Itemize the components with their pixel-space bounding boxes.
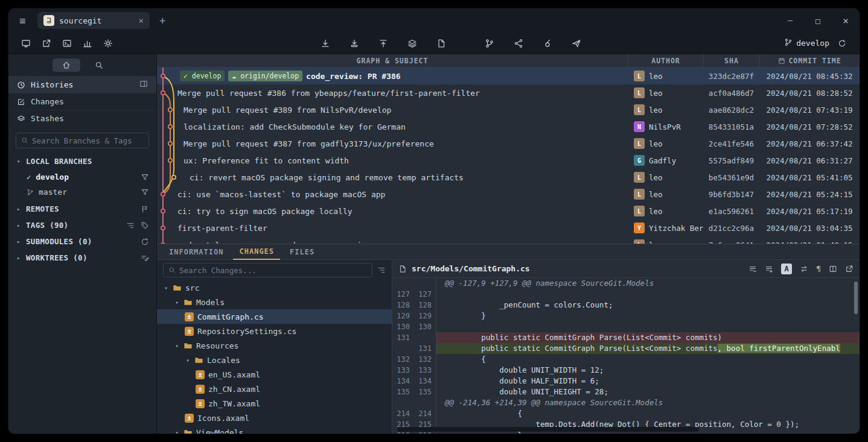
diff-horizontal-scrollbar[interactable] bbox=[397, 427, 699, 432]
commit-row[interactable]: ci: revert macOS package signing and rem… bbox=[157, 169, 860, 186]
tree-mode-toggle-icon[interactable] bbox=[377, 266, 386, 274]
chevron-down-icon[interactable]: ▾ bbox=[174, 299, 180, 306]
tree-file-row[interactable]: ±RepositorySettings.cs bbox=[157, 324, 392, 338]
tree-folder-row[interactable]: ▾Resources bbox=[157, 338, 392, 353]
chevron-down-icon[interactable]: ▾ bbox=[174, 343, 180, 349]
statistics-button[interactable] bbox=[78, 36, 97, 51]
tree-label: CommitGraph.cs bbox=[197, 312, 264, 321]
pull-button[interactable] bbox=[345, 36, 363, 51]
main-menu-button[interactable]: ≡ bbox=[12, 12, 33, 29]
commit-row[interactable]: ci: use `macos-lastest` to package macOS… bbox=[157, 186, 860, 203]
column-author[interactable]: AUTHOR bbox=[628, 54, 703, 67]
column-sha[interactable]: SHA bbox=[703, 54, 759, 67]
remotes-header[interactable]: ▸ REMOTES bbox=[8, 201, 156, 217]
chevron-down-icon[interactable]: ▾ bbox=[163, 285, 169, 291]
cherry-pick-button[interactable] bbox=[538, 36, 557, 51]
tree-file-row[interactable]: ±Icons.axaml bbox=[157, 411, 392, 425]
tree-folder-row[interactable]: ▾Locales bbox=[157, 353, 392, 367]
open-in-merge-tool-icon[interactable] bbox=[845, 265, 854, 273]
branch-item-master[interactable]: master bbox=[8, 185, 156, 200]
branch-search-input[interactable] bbox=[32, 136, 144, 145]
changes-search-box[interactable] bbox=[163, 263, 372, 277]
diff-line: 134134 double HALF_WIDTH = 6; bbox=[392, 376, 860, 387]
local-branches-header[interactable]: ▾ LOCAL BRANCHES bbox=[8, 153, 156, 169]
refresh-button[interactable] bbox=[833, 36, 851, 51]
commit-row[interactable]: Merge pull request #387 from gadfly3173/… bbox=[157, 135, 860, 152]
commit-time: 2024/08/21 06:31:27 bbox=[759, 156, 860, 165]
branch-item-develop[interactable]: ✓ develop bbox=[8, 169, 156, 185]
filter-icon[interactable] bbox=[141, 188, 149, 197]
changes-search-input[interactable] bbox=[179, 266, 367, 275]
diff-content[interactable]: @@ -127,9 +127,9 @@ namespace SourceGit.… bbox=[392, 278, 860, 434]
chevron-down-icon[interactable]: ▾ bbox=[174, 429, 180, 434]
show-whitespace-icon[interactable]: ¶ bbox=[816, 264, 821, 273]
close-button[interactable]: × bbox=[832, 8, 860, 33]
home-button[interactable] bbox=[53, 58, 80, 72]
commit-row[interactable]: Merge pull request #386 from ybeapps/fea… bbox=[157, 84, 860, 101]
sidebar-item-histories[interactable]: Histories bbox=[8, 76, 156, 93]
tree-file-row[interactable]: ±zh_TW.axaml bbox=[157, 396, 392, 411]
apply-patch-button[interactable] bbox=[432, 36, 450, 51]
worktrees-header[interactable]: ▸ WORKTREES (0) bbox=[8, 250, 156, 266]
tags-header[interactable]: ▸ TAGS (90) bbox=[8, 217, 156, 233]
tree-folder-row[interactable]: ▾Models bbox=[157, 295, 392, 309]
word-wrap-icon[interactable] bbox=[800, 265, 808, 273]
layout-toggle-icon[interactable] bbox=[139, 80, 148, 90]
decrease-context-icon[interactable] bbox=[748, 265, 757, 273]
increase-context-icon[interactable] bbox=[765, 265, 773, 273]
commit-row[interactable]: ux: Preference fit to content widthGGadf… bbox=[157, 152, 860, 169]
commit-row[interactable]: first-parent-filterYYitzchak Berd21cc2c9… bbox=[157, 219, 860, 236]
open-in-external-button[interactable] bbox=[37, 36, 56, 51]
commit-row[interactable]: Merge pull request #389 from NilsPvR/dev… bbox=[157, 101, 860, 118]
branch-search-box[interactable] bbox=[16, 133, 149, 148]
repository-tab[interactable]: sourcegit × bbox=[37, 12, 150, 29]
terminal-button[interactable] bbox=[58, 36, 76, 51]
detail-panel: INFORMATION CHANGES FILES ▾src▾Mod bbox=[157, 244, 860, 434]
tree-folder-row[interactable]: ▾ViewModels bbox=[157, 425, 392, 434]
branch-badge[interactable]: ☁ origin/develop bbox=[228, 71, 302, 81]
column-commit-time[interactable]: COMMIT TIME bbox=[759, 54, 860, 67]
side-by-side-icon[interactable] bbox=[829, 265, 837, 273]
changed-files-tree[interactable]: ▾src▾Models±CommitGraph.cs±RepositorySet… bbox=[157, 280, 392, 434]
prune-worktrees-icon[interactable] bbox=[141, 254, 149, 262]
tree-file-row[interactable]: ±en_US.axaml bbox=[157, 367, 392, 382]
branch-badge[interactable]: ✓ develop bbox=[180, 71, 225, 81]
filter-icon[interactable] bbox=[141, 173, 149, 182]
tab-files[interactable]: FILES bbox=[284, 248, 321, 259]
add-remote-icon[interactable] bbox=[141, 205, 149, 213]
preferences-button[interactable] bbox=[99, 36, 117, 51]
commit-row[interactable]: code-style: remove unused namespace usin… bbox=[157, 236, 860, 244]
maximize-button[interactable]: □ bbox=[804, 8, 832, 33]
open-repository-button[interactable] bbox=[17, 36, 35, 51]
column-graph-subject[interactable]: GRAPH & SUBJECT bbox=[157, 54, 628, 67]
tree-file-row[interactable]: ±zh_CN.axaml bbox=[157, 382, 392, 396]
submodules-header[interactable]: ▸ SUBMODULES (0) bbox=[8, 233, 156, 250]
send-button[interactable] bbox=[567, 36, 586, 51]
stash-button[interactable] bbox=[403, 36, 421, 51]
commit-list[interactable]: ✓ develop☁ origin/developcode_review: PR… bbox=[157, 68, 860, 244]
tag-list-mode-icon[interactable] bbox=[126, 221, 135, 230]
merge-button[interactable] bbox=[509, 36, 528, 51]
fetch-button[interactable] bbox=[316, 36, 334, 51]
syntax-highlight-toggle[interactable]: A bbox=[781, 264, 792, 274]
commit-row[interactable]: ci: try to sign macOS package locallyLle… bbox=[157, 203, 860, 219]
tree-folder-row[interactable]: ▾src bbox=[157, 280, 392, 295]
sidebar-item-stashes[interactable]: Stashes bbox=[8, 110, 156, 127]
new-tag-icon[interactable] bbox=[141, 221, 149, 230]
diff-vertical-scrollbar[interactable] bbox=[854, 282, 858, 314]
tab-close-icon[interactable]: × bbox=[139, 16, 144, 25]
new-tab-button[interactable]: + bbox=[155, 13, 170, 28]
chevron-down-icon[interactable]: ▾ bbox=[185, 357, 191, 364]
tab-information[interactable]: INFORMATION bbox=[163, 248, 229, 259]
minimize-button[interactable]: ─ bbox=[776, 8, 804, 33]
new-branch-button[interactable] bbox=[480, 36, 499, 51]
commit-row[interactable]: localization: add CheckSubmodule key for… bbox=[157, 118, 860, 135]
push-button[interactable] bbox=[374, 36, 392, 51]
new-line-number: 132 bbox=[414, 354, 436, 365]
search-button[interactable] bbox=[85, 58, 113, 72]
tab-changes[interactable]: CHANGES bbox=[233, 247, 280, 260]
commit-row[interactable]: ✓ develop☁ origin/developcode_review: PR… bbox=[157, 68, 860, 84]
sidebar-item-changes[interactable]: Changes bbox=[8, 93, 156, 110]
tree-file-row[interactable]: ±CommitGraph.cs bbox=[157, 309, 392, 324]
update-submodules-icon[interactable] bbox=[141, 238, 149, 246]
